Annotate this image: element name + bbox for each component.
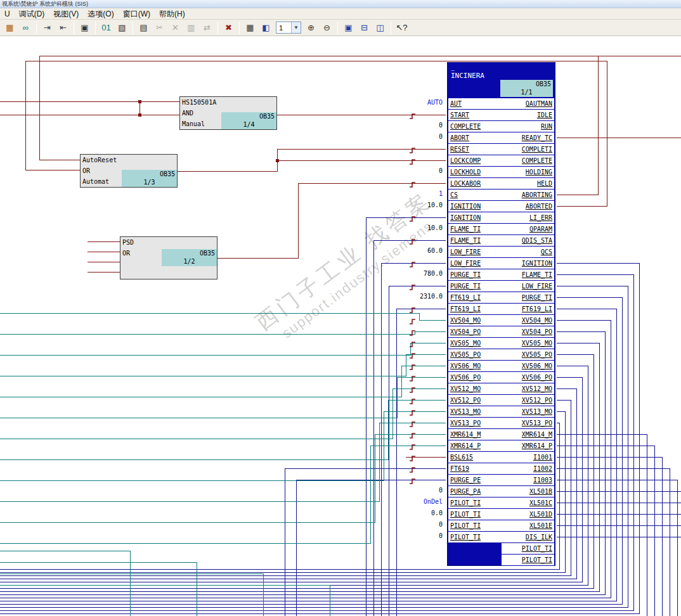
output-pin-xv506_po[interactable]: XV506_PO [502, 372, 554, 383]
trend-chart-icon[interactable]: ▧ [115, 21, 129, 35]
open-window-icon[interactable]: ▣ [77, 21, 92, 35]
menu-item-4[interactable]: 窗口(W) [119, 8, 155, 20]
output-pin-xv513_mo[interactable]: XV513_MO [502, 406, 554, 418]
pin-value-complete[interactable]: 0 [379, 122, 443, 131]
pin-value-lockhold[interactable]: 0 [379, 167, 443, 176]
output-pin-ft619_li[interactable]: FT619_LI [502, 304, 554, 315]
input-pin-xv505_mo[interactable]: XV505_MO [448, 338, 502, 349]
crossed-tools-icon[interactable]: ✖ [221, 21, 236, 35]
output-pin-i1002[interactable]: I1002 [502, 463, 554, 475]
input-pin-xv512_mo[interactable]: XV512_MO [448, 383, 502, 395]
output-pin-pilot_ti[interactable]: PILOT_TI [502, 543, 554, 555]
input-pin-xv513_mo[interactable]: XV513_MO [448, 406, 502, 418]
output-pin-low_fire[interactable]: LOW_FIRE [502, 281, 554, 292]
delete-icon[interactable]: ✕ [168, 21, 183, 35]
pin-value-abort[interactable]: 0 [379, 133, 443, 142]
sheet-select[interactable]: 1▼ [276, 22, 301, 34]
output-pin-xl501b[interactable]: XL501B [502, 486, 554, 497]
pin-value-aut[interactable]: AUTO [379, 99, 443, 108]
input-pin-aut[interactable]: AUT [448, 98, 502, 110]
menu-item-2[interactable]: 视图(V) [49, 8, 83, 20]
input-pin-complete[interactable]: COMPLETE [448, 121, 502, 132]
output-pin-xv512_mo[interactable]: XV512_MO [502, 383, 554, 395]
input-pin-flame_ti[interactable]: FLAME_TI [448, 224, 502, 235]
input-pin-xmr614_p[interactable]: XMR614_P [448, 440, 502, 452]
output-pin-purge_ti[interactable]: PURGE_TI [502, 292, 554, 304]
input-pin-flame_ti[interactable]: FLAME_TI [448, 235, 502, 247]
input-pin-xv504_po[interactable]: XV504_PO [448, 326, 502, 338]
menu-item-1[interactable]: 调试(D) [15, 8, 49, 20]
input-pin-xmr614_m[interactable]: XMR614_M [448, 429, 502, 440]
output-pin-xl501e[interactable]: XL501E [502, 520, 554, 532]
input-pin-low_fire[interactable]: LOW_FIRE [448, 247, 502, 258]
jump-forward-icon[interactable]: ⇥ [40, 21, 55, 35]
output-pin-xmr614_p[interactable]: XMR614_P [502, 440, 554, 452]
input-pin-pilot_ti[interactable]: PILOT_TI [448, 520, 502, 532]
pin-value-pilot_ti[interactable]: 0 [379, 521, 443, 530]
input-pin-ignition[interactable]: IGNITION [448, 212, 502, 224]
cut-icon[interactable]: ✂ [152, 21, 167, 35]
output-pin-i1001[interactable]: I1001 [502, 452, 554, 463]
output-pin-xv505_po[interactable]: XV505_PO [502, 349, 554, 361]
zoom-out-icon[interactable]: ⊖ [320, 21, 334, 35]
pin-value-flame_ti[interactable]: 10.0 [379, 224, 443, 233]
input-pin-lockabor[interactable]: LOCKABOR [448, 178, 502, 189]
zoom-in-icon[interactable]: ⊕ [304, 21, 318, 35]
input-pin-purge_pe[interactable]: PURGE_PE [448, 475, 502, 486]
output-pin-idle[interactable]: IDLE [502, 110, 554, 121]
pin-value-pilot_ti[interactable]: 0 [379, 532, 443, 541]
output-pin-xv513_po[interactable]: XV513_PO [502, 418, 554, 429]
input-pin-cs[interactable]: CS [448, 189, 502, 201]
pin-value-ft619_li[interactable]: 2310.0 [379, 293, 443, 302]
input-pin-purge_ti[interactable]: PURGE_TI [448, 281, 502, 292]
input-pin-low_fire[interactable]: LOW_FIRE [448, 258, 502, 269]
function-block-psd[interactable]: PSD OR OB35 1/2 [120, 236, 217, 279]
output-pin-aborted[interactable]: ABORTED [502, 201, 554, 212]
output-pin-xmr614_m[interactable]: XMR614_M [502, 429, 554, 440]
test-mode-glasses-icon[interactable]: ∞ [18, 21, 33, 35]
menu-item-0[interactable]: U [0, 8, 15, 20]
paste-icon[interactable]: ⇄ [200, 21, 214, 35]
charts-icon[interactable]: ▦ [3, 21, 17, 35]
function-block-autoreset[interactable]: AutoReset OR Automat OB35 1/3 [80, 154, 178, 188]
input-pin-ft619_li[interactable]: FT619_LI [448, 292, 502, 304]
output-pin-complete[interactable]: COMPLETE [502, 155, 554, 167]
input-pin-abort[interactable]: ABORT [448, 132, 502, 144]
input-pin-xv505_po[interactable]: XV505_PO [448, 349, 502, 361]
output-pin-xv512_po[interactable]: XV512_PO [502, 395, 554, 406]
output-pin-xl501c[interactable]: XL501C [502, 497, 554, 509]
context-help-icon[interactable]: ↖? [394, 21, 409, 35]
output-pin-run[interactable]: RUN [502, 121, 554, 132]
input-pin-ft619[interactable]: FT619 [448, 463, 502, 475]
input-pin-lockhold[interactable]: LOCKHOLD [448, 167, 502, 178]
input-pin-pilot_ti[interactable]: PILOT_TI [448, 509, 502, 520]
input-pin-ignition[interactable]: IGNITION [448, 201, 502, 212]
output-pin-qautman[interactable]: QAUTMAN [502, 98, 554, 110]
output-pin-completi[interactable]: COMPLETI [502, 144, 554, 155]
output-pin-aborting[interactable]: ABORTING [502, 189, 554, 201]
output-pin-qdis_sta[interactable]: QDIS_STA [502, 235, 554, 247]
output-pin-xv504_mo[interactable]: XV504_MO [502, 315, 554, 326]
input-pin-ft619_li[interactable]: FT619_LI [448, 304, 502, 315]
output-pin-qcs[interactable]: QCS [502, 247, 554, 258]
input-pin-xv506_po[interactable]: XV506_PO [448, 372, 502, 383]
jump-back-icon[interactable]: ⇤ [56, 21, 70, 35]
output-pin-xl501d[interactable]: XL501D [502, 509, 554, 520]
pin-value-pilot_ti[interactable]: OnDel [379, 498, 443, 507]
input-pin-pilot_ti[interactable]: PILOT_TI [448, 497, 502, 509]
input-pin-xv513_po[interactable]: XV513_PO [448, 418, 502, 429]
tile-horizontal-icon[interactable]: ⊟ [357, 21, 372, 35]
output-pin-ready_tc[interactable]: READY_TC [502, 132, 554, 144]
chart-canvas[interactable]: 西门子工业 找答案 support.industry.siemens [0, 36, 681, 616]
output-pin-held[interactable]: HELD [502, 178, 554, 189]
output-pin-xv504_po[interactable]: XV504_PO [502, 326, 554, 338]
copy-icon[interactable]: ▥ [184, 21, 198, 35]
new-sheet-icon[interactable]: ▤ [136, 21, 151, 35]
input-pin-reset[interactable]: RESET [448, 144, 502, 155]
cascade-windows-icon[interactable]: ▣ [341, 21, 356, 35]
run-properties-box[interactable]: OB35 1/2 [162, 249, 217, 266]
function-block-hs150501a[interactable]: HS150501A AND Manual OB35 1/4 [179, 96, 277, 130]
input-pin-pilot_ti[interactable]: PILOT_TI [448, 532, 502, 543]
table-view-icon[interactable]: ▦ [243, 21, 257, 35]
input-pin-xv512_po[interactable]: XV512_PO [448, 395, 502, 406]
